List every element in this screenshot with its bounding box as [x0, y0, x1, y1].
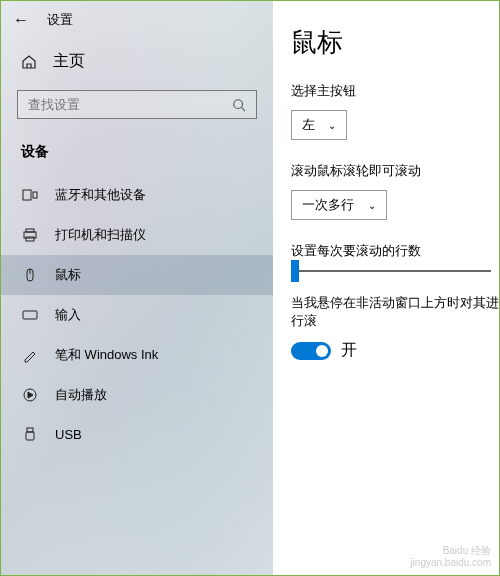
- pen-icon: [21, 347, 39, 363]
- setting-label: 当我悬停在非活动窗口上方时对其进行滚: [291, 294, 499, 330]
- search-input[interactable]: [28, 97, 232, 112]
- scroll-wheel-setting: 滚动鼠标滚轮即可滚动 一次多行 ⌄: [291, 162, 499, 220]
- watermark: Baidu 经验 jingyan.baidu.com: [410, 545, 491, 569]
- inactive-scroll-toggle[interactable]: [291, 342, 331, 360]
- svg-rect-3: [33, 192, 37, 198]
- app-title: 设置: [47, 11, 73, 29]
- bluetooth-icon: [21, 187, 39, 203]
- dropdown-value: 左: [302, 116, 316, 134]
- nav-label: 打印机和扫描仪: [55, 226, 146, 244]
- keyboard-icon: [21, 307, 39, 323]
- svg-point-0: [234, 99, 243, 108]
- printer-icon: [21, 227, 39, 243]
- mouse-icon: [21, 267, 39, 283]
- setting-label: 滚动鼠标滚轮即可滚动: [291, 162, 499, 180]
- sidebar-item-pen[interactable]: 笔和 Windows Ink: [1, 335, 273, 375]
- svg-rect-2: [23, 190, 31, 200]
- page-title: 鼠标: [291, 25, 499, 60]
- sidebar-item-usb[interactable]: USB: [1, 415, 273, 453]
- lines-slider[interactable]: [291, 270, 491, 272]
- sidebar-item-printers[interactable]: 打印机和扫描仪: [1, 215, 273, 255]
- nav-label: 自动播放: [55, 386, 107, 404]
- nav-list: 蓝牙和其他设备 打印机和扫描仪 鼠标 输入: [1, 175, 273, 453]
- search-icon: [232, 98, 246, 112]
- watermark-brand: Baidu 经验: [410, 545, 491, 557]
- primary-button-setting: 选择主按钮 左 ⌄: [291, 82, 499, 140]
- search-box[interactable]: [17, 90, 257, 119]
- watermark-url: jingyan.baidu.com: [410, 557, 491, 569]
- back-icon[interactable]: ←: [13, 11, 29, 29]
- nav-label: 笔和 Windows Ink: [55, 346, 158, 364]
- svg-rect-9: [23, 311, 37, 319]
- nav-label: 输入: [55, 306, 81, 324]
- header: ← 设置: [1, 1, 273, 39]
- chevron-down-icon: ⌄: [328, 120, 336, 131]
- chevron-down-icon: ⌄: [368, 200, 376, 211]
- dropdown-value: 一次多行: [302, 196, 356, 214]
- setting-label: 设置每次要滚动的行数: [291, 242, 499, 260]
- svg-rect-15: [26, 432, 34, 440]
- nav-label: 蓝牙和其他设备: [55, 186, 146, 204]
- home-icon: [21, 54, 37, 70]
- settings-sidebar: ← 设置 主页 设备 蓝牙和其他设备: [1, 1, 273, 575]
- toggle-knob: [316, 345, 328, 357]
- slider-thumb[interactable]: [291, 260, 299, 282]
- sidebar-item-mouse[interactable]: 鼠标: [1, 255, 273, 295]
- main-panel: 鼠标 选择主按钮 左 ⌄ 滚动鼠标滚轮即可滚动 一次多行 ⌄ 设置每次要滚动的行…: [273, 1, 499, 575]
- inactive-scroll-setting: 当我悬停在非活动窗口上方时对其进行滚 开: [291, 294, 499, 361]
- home-nav[interactable]: 主页: [1, 43, 273, 80]
- sidebar-item-autoplay[interactable]: 自动播放: [1, 375, 273, 415]
- toggle-state: 开: [341, 340, 357, 361]
- svg-line-1: [242, 107, 246, 111]
- section-header: 设备: [1, 129, 273, 169]
- usb-icon: [21, 426, 39, 442]
- scroll-wheel-dropdown[interactable]: 一次多行 ⌄: [291, 190, 387, 220]
- svg-rect-14: [27, 428, 33, 432]
- primary-button-dropdown[interactable]: 左 ⌄: [291, 110, 347, 140]
- autoplay-icon: [21, 387, 39, 403]
- setting-label: 选择主按钮: [291, 82, 499, 100]
- nav-label: USB: [55, 427, 82, 442]
- lines-to-scroll-setting: 设置每次要滚动的行数: [291, 242, 499, 272]
- home-label: 主页: [53, 51, 85, 72]
- sidebar-item-typing[interactable]: 输入: [1, 295, 273, 335]
- sidebar-item-bluetooth[interactable]: 蓝牙和其他设备: [1, 175, 273, 215]
- nav-label: 鼠标: [55, 266, 81, 284]
